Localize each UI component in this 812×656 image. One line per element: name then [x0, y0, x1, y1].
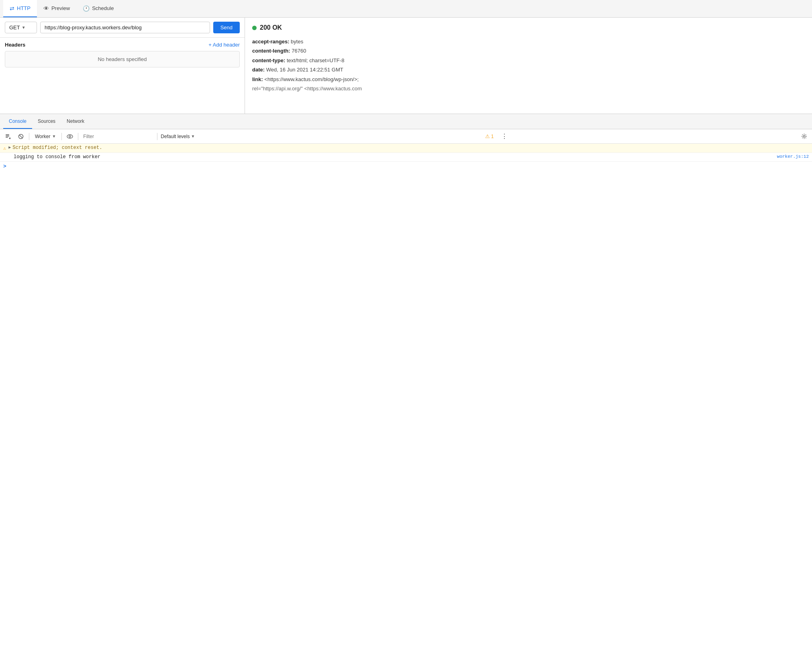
preview-icon: 👁 — [43, 5, 49, 12]
console-source-link[interactable]: worker.js:12 — [769, 154, 809, 159]
svg-rect-1 — [6, 136, 9, 136]
right-panel: 200 OK accept-ranges: bytes content-leng… — [245, 18, 812, 114]
warning-triangle-icon: ⚠ — [485, 133, 490, 139]
devtools-tab-bar: Console Sources Network — [0, 114, 812, 129]
tab-preview[interactable]: 👁 Preview — [37, 0, 76, 17]
send-button[interactable]: Send — [213, 22, 240, 33]
toolbar-divider-2 — [61, 133, 62, 140]
settings-button[interactable] — [799, 132, 809, 141]
warning-icon: ⚠ — [3, 145, 6, 151]
headers-header: Headers + Add header — [5, 42, 240, 48]
schedule-icon: 🕐 — [83, 5, 90, 12]
tab-network[interactable]: Network — [61, 114, 90, 129]
method-select[interactable]: GET ▼ — [5, 22, 37, 33]
status-dot-icon — [252, 26, 257, 30]
svg-point-7 — [67, 134, 73, 138]
console-prompt-row[interactable]: > — [0, 162, 812, 171]
no-headers-text: No headers specified — [98, 56, 147, 62]
warning-badge: ⚠ 1 — [485, 133, 494, 139]
tab-schedule-label: Schedule — [92, 5, 114, 11]
left-panel: GET ▼ Send Headers + Add header No heade… — [0, 18, 245, 114]
url-input[interactable] — [40, 22, 210, 33]
console-toolbar: Worker ▼ Default levels ▼ ⚠ 1 ⋮ — [0, 129, 812, 144]
svg-rect-0 — [6, 134, 9, 135]
block-icon — [18, 134, 24, 139]
headers-title: Headers — [5, 42, 25, 48]
svg-point-8 — [69, 135, 71, 137]
tab-http-label: HTTP — [17, 5, 31, 11]
toolbar-divider — [29, 133, 29, 140]
levels-selector[interactable]: Default levels ▼ — [161, 134, 195, 139]
console-log-text: logging to console from worker — [14, 154, 769, 160]
tab-console-label: Console — [9, 118, 27, 124]
eye-button[interactable] — [65, 132, 75, 141]
svg-line-6 — [19, 135, 22, 138]
no-headers-placeholder: No headers specified — [5, 51, 240, 67]
toolbar-divider-4 — [157, 133, 157, 140]
tab-network-label: Network — [67, 118, 84, 124]
console-row-log: logging to console from worker worker.js… — [0, 153, 812, 162]
response-header-row-truncated: rel="https://api.w.org/" <https://www.ka… — [252, 84, 805, 93]
eye-icon — [67, 134, 73, 139]
warning-count: 1 — [491, 134, 494, 139]
console-warning-text: Script modified; context reset. — [12, 145, 809, 151]
devtools-panel: Console Sources Network Wo — [0, 114, 812, 171]
tab-schedule[interactable]: 🕐 Schedule — [76, 0, 120, 17]
http-icon: ⇄ — [10, 5, 14, 12]
filter-input[interactable] — [82, 133, 154, 140]
toolbar-divider-3 — [78, 133, 78, 140]
more-options-button[interactable]: ⋮ — [500, 132, 509, 141]
worker-label: Worker — [35, 134, 50, 139]
expand-arrow-icon[interactable]: ▶ — [8, 145, 11, 150]
response-header-row: content-type: text/html; charset=UTF-8 — [252, 56, 805, 65]
response-header-row: content-length: 76760 — [252, 46, 805, 55]
top-tab-bar: ⇄ HTTP 👁 Preview 🕐 Schedule — [0, 0, 812, 18]
response-header-row: date: Wed, 16 Jun 2021 14:22:51 GMT — [252, 65, 805, 74]
clear-console-icon — [5, 134, 11, 139]
add-header-button[interactable]: + Add header — [208, 42, 240, 48]
url-bar: GET ▼ Send — [0, 18, 245, 38]
prompt-chevron-icon: > — [3, 163, 6, 169]
console-row-warning: ⚠ ▶ Script modified; context reset. — [0, 144, 812, 153]
tab-sources-label: Sources — [38, 118, 55, 124]
main-area: GET ▼ Send Headers + Add header No heade… — [0, 18, 812, 114]
console-output: ⚠ ▶ Script modified; context reset. logg… — [0, 144, 812, 171]
response-headers-list: accept-ranges: bytes content-length: 767… — [252, 37, 805, 93]
tab-console[interactable]: Console — [3, 114, 32, 129]
method-chevron-icon: ▼ — [22, 25, 26, 30]
svg-rect-2 — [6, 137, 8, 138]
status-text: 200 OK — [260, 24, 282, 31]
method-value: GET — [9, 24, 20, 31]
worker-chevron-icon: ▼ — [52, 134, 56, 139]
levels-label: Default levels — [161, 134, 190, 139]
response-status-line: 200 OK — [252, 24, 805, 31]
response-header-row: link: <https://www.kactus.com/blog/wp-js… — [252, 75, 805, 84]
block-requests-button[interactable] — [16, 132, 26, 141]
headers-section: Headers + Add header No headers specifie… — [0, 38, 245, 114]
response-header-row: accept-ranges: bytes — [252, 37, 805, 46]
tab-http[interactable]: ⇄ HTTP — [3, 0, 37, 17]
worker-selector[interactable]: Worker ▼ — [33, 132, 58, 141]
levels-chevron-icon: ▼ — [191, 134, 195, 139]
tab-sources[interactable]: Sources — [32, 114, 61, 129]
clear-console-button[interactable] — [3, 132, 13, 141]
svg-point-9 — [803, 135, 805, 137]
tab-preview-label: Preview — [51, 5, 70, 11]
gear-icon — [801, 133, 807, 139]
